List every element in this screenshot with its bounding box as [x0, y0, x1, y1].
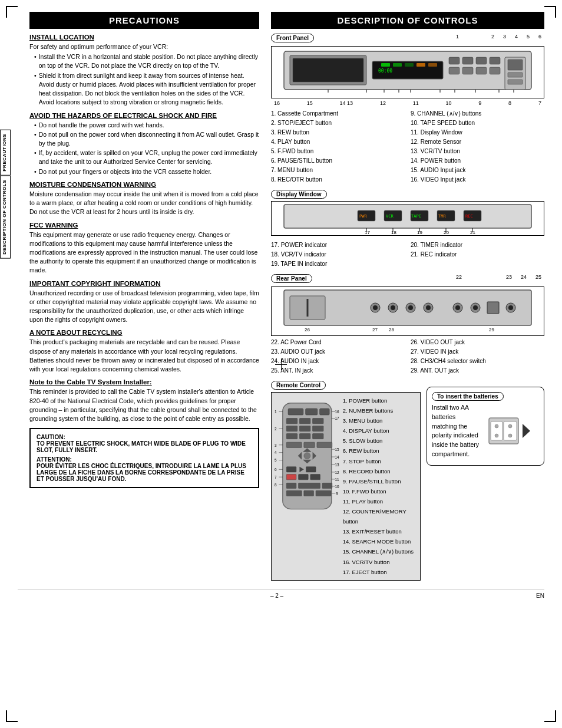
- svg-rect-106: [304, 490, 314, 496]
- svg-text:3: 3: [275, 443, 277, 447]
- dw-item-18: 18. VCR/TV indicator: [271, 250, 405, 259]
- rp-num-23: 23: [506, 274, 512, 280]
- svg-text:7: 7: [275, 475, 277, 479]
- svg-rect-81: [313, 419, 323, 424]
- page: PRECAUTIONS DESCRIPTION OF CONTROLS PREC…: [0, 0, 562, 728]
- svg-point-63: [426, 305, 431, 310]
- svg-text:2: 2: [275, 427, 277, 431]
- display-window-diagram: PWR VCR TAPE TMR REC: [271, 201, 544, 236]
- page-number-center: – 2 –: [270, 592, 283, 599]
- svg-text:28: 28: [389, 327, 394, 332]
- svg-rect-102: [286, 483, 296, 488]
- svg-text:26: 26: [305, 327, 310, 332]
- fp-item-10: 10. TAPE SPEED button: [411, 118, 544, 127]
- svg-text:PWR: PWR: [359, 214, 367, 219]
- svg-rect-88: [286, 442, 302, 447]
- moisture-text: Moisture condensation may occur inside t…: [29, 190, 259, 217]
- svg-text:REC: REC: [465, 214, 473, 219]
- fp-num-5: 5: [527, 34, 530, 39]
- svg-point-61: [408, 305, 413, 310]
- svg-rect-7: [405, 63, 414, 67]
- fp-item-1: 1. Cassette Compartment: [271, 109, 405, 118]
- recycling-text: This product's packaging materials are r…: [29, 338, 259, 374]
- rc-item-13: 13. EXIT/RESET button: [343, 526, 417, 536]
- electrical-title: AVOID THE HAZARDS OF ELECTRICAL SHOCK AN…: [29, 112, 259, 119]
- corner-mark-br: [544, 710, 556, 722]
- svg-point-145: [495, 434, 498, 437]
- svg-rect-2: [293, 58, 363, 82]
- rp-item-22: 22. AC Power Cord: [271, 338, 405, 347]
- precautions-header: PRECAUTIONS: [29, 12, 259, 29]
- svg-text:18: 18: [391, 230, 396, 234]
- caution-title-en: CAUTION:: [37, 434, 252, 440]
- moisture-title: MOISTURE CONDENSATION WARNING: [29, 181, 259, 188]
- svg-text:TMR: TMR: [438, 214, 446, 219]
- svg-text:13: 13: [335, 463, 339, 467]
- rear-panel-section: Rear Panel 22 23 24 25: [271, 274, 544, 375]
- fp-item-12: 12. Remote Sensor: [411, 137, 544, 146]
- description-section: DESCRIPTION OF CONTROLS Front Panel 1 2 …: [271, 12, 544, 582]
- svg-rect-17: [490, 67, 500, 74]
- elec-bullet-2: • Do not pull on the power cord when dis…: [34, 130, 259, 148]
- battery-label: To insert the batteries: [432, 392, 504, 401]
- rp-num-22: 22: [456, 274, 462, 280]
- caution-text-fr: POUR ÉVITER LES CHOC ÉLECTRIQUES, INTROD…: [37, 463, 252, 482]
- description-header: DESCRIPTION OF CONTROLS: [271, 12, 544, 29]
- svg-point-70: [508, 305, 513, 310]
- fp-bot-8: 8: [508, 100, 511, 106]
- fp-item-5: 5. F.FWD button: [271, 147, 405, 156]
- svg-rect-85: [286, 433, 297, 439]
- svg-marker-149: [523, 424, 530, 438]
- front-panel-items: 1. Cassette Compartment 9. CHANNEL (∧/∨)…: [271, 109, 544, 184]
- svg-rect-82: [286, 426, 297, 431]
- cable-title: Note to the Cable TV System Installer:: [29, 378, 259, 386]
- fp-num-6: 6: [538, 34, 541, 39]
- svg-rect-16: [476, 67, 487, 74]
- svg-point-147: [508, 424, 512, 428]
- svg-rect-32: [284, 205, 531, 228]
- dw-item-20: 20. TIMER indicator: [411, 241, 544, 249]
- svg-rect-87: [313, 433, 323, 439]
- fp-num-3: 3: [503, 34, 506, 39]
- rc-item-15: 15. CHANNEL (∧/∨) buttons: [343, 546, 417, 556]
- fp-bot-11: 11: [413, 100, 419, 106]
- svg-rect-96: [286, 467, 296, 472]
- rc-item-14: 14. SEARCH MODE button: [343, 536, 417, 546]
- svg-rect-86: [299, 433, 310, 439]
- svg-rect-99: [286, 475, 296, 480]
- front-panel-label: Front Panel: [271, 34, 314, 42]
- front-panel-diagram: 00:00: [271, 46, 544, 98]
- fp-bot-12: 12: [380, 100, 386, 106]
- caution-title-fr: ATTENTION:: [37, 456, 252, 463]
- svg-rect-103: [299, 483, 320, 488]
- front-panel-section: Front Panel 1 2 3 4 5 6: [271, 34, 544, 184]
- fp-item-9: 9. CHANNEL (∧/∨) buttons: [411, 109, 544, 118]
- fp-item-7: 7. MENU button: [271, 166, 405, 174]
- svg-rect-19: [508, 60, 523, 70]
- rc-item-3: 3. MENU button: [343, 416, 417, 426]
- svg-rect-89: [304, 442, 315, 447]
- fp-bot-7: 7: [538, 100, 541, 106]
- svg-rect-83: [299, 426, 310, 431]
- rc-item-1: 1. POWER button: [343, 396, 417, 406]
- svg-point-95: [304, 453, 310, 459]
- svg-rect-12: [476, 57, 487, 64]
- svg-rect-6: [393, 63, 402, 67]
- page-footer: – 2 – EN: [18, 589, 544, 599]
- svg-text:19: 19: [417, 230, 422, 234]
- dw-item-17: 17. POWER indicator: [271, 241, 405, 249]
- display-window-label: Display Window: [271, 190, 327, 199]
- svg-text:5: 5: [275, 458, 277, 462]
- svg-rect-10: [449, 57, 459, 64]
- svg-rect-100: [299, 475, 309, 480]
- fcc-text: This equipment may generate or use radio…: [29, 230, 259, 275]
- rc-item-11: 11. PLAY button: [343, 496, 417, 506]
- fp-item-8: 8. REC/OTR button: [271, 175, 405, 184]
- battery-diagram-area: [486, 413, 539, 450]
- svg-rect-107: [316, 490, 331, 496]
- elec-bullet-3: • If, by accident, water is spilled on y…: [34, 149, 259, 166]
- svg-text:27: 27: [372, 327, 378, 332]
- svg-text:6: 6: [275, 467, 277, 472]
- install-location-intro: For safety and optimum performance of yo…: [29, 42, 259, 51]
- svg-text:4: 4: [275, 450, 277, 454]
